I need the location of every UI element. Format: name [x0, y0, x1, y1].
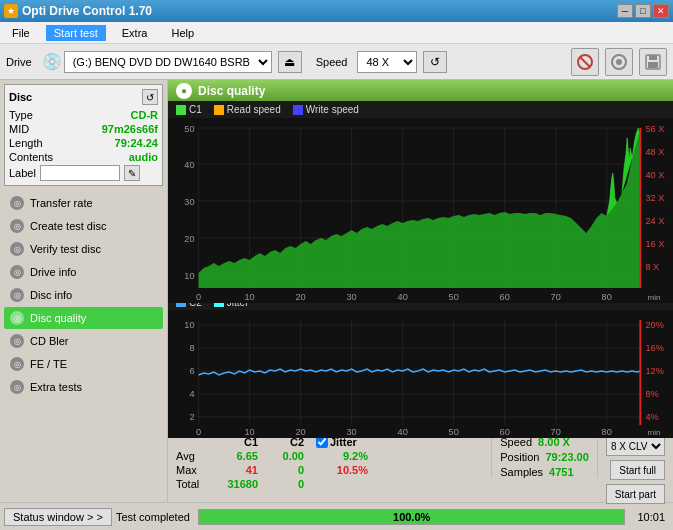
svg-text:60: 60 — [500, 293, 510, 303]
sidebar-nav: ◎ Transfer rate ◎ Create test disc ◎ Ver… — [0, 190, 167, 400]
svg-rect-45 — [168, 310, 673, 438]
drive-label: Drive — [6, 56, 32, 68]
maximize-button[interactable]: □ — [635, 4, 651, 18]
drive-icon: 💿 — [42, 52, 62, 72]
start-full-button[interactable]: Start full — [610, 460, 665, 480]
sidebar-item-fe-te[interactable]: ◎ FE / TE — [4, 353, 163, 375]
c1-legend-color — [176, 105, 186, 115]
disc-refresh-button[interactable]: ↺ — [142, 89, 158, 105]
svg-text:40 X: 40 X — [645, 171, 664, 181]
title-bar: ★ Opti Drive Control 1.70 ─ □ ✕ — [0, 0, 673, 22]
status-bar: Status window > > Test completed 100.0% … — [0, 502, 673, 530]
svg-text:30: 30 — [184, 198, 194, 208]
svg-text:20: 20 — [296, 293, 306, 303]
svg-text:20: 20 — [296, 427, 306, 437]
svg-text:50: 50 — [184, 125, 194, 135]
menu-bar: File Start test Extra Help — [0, 22, 673, 44]
disc-quality-label: Disc quality — [30, 312, 86, 324]
svg-text:10: 10 — [184, 320, 194, 330]
window-controls: ─ □ ✕ — [617, 4, 669, 18]
avg-label: Avg — [176, 450, 212, 462]
type-value: CD-R — [131, 109, 159, 121]
verify-test-disc-label: Verify test disc — [30, 243, 101, 255]
contents-label: Contents — [9, 151, 53, 163]
svg-text:56 X: 56 X — [645, 125, 664, 135]
legend-read-speed: Read speed — [214, 104, 281, 115]
svg-text:32 X: 32 X — [645, 194, 664, 204]
svg-text:30: 30 — [347, 427, 357, 437]
write-speed-legend-label: Write speed — [306, 104, 359, 115]
length-label: Length — [9, 137, 43, 149]
menu-extra[interactable]: Extra — [114, 25, 156, 41]
svg-text:10: 10 — [245, 427, 255, 437]
close-button[interactable]: ✕ — [653, 4, 669, 18]
sidebar-item-create-test-disc[interactable]: ◎ Create test disc — [4, 215, 163, 237]
burn-button[interactable] — [605, 48, 633, 76]
svg-text:4%: 4% — [645, 412, 658, 422]
position-label: Position — [500, 451, 539, 463]
stats-panel: C1 C2 Jitter Avg 6.65 0.00 9.2% — [168, 432, 673, 502]
svg-text:2: 2 — [189, 412, 194, 422]
svg-text:60: 60 — [500, 427, 510, 437]
samples-label: Samples — [500, 466, 543, 478]
avg-c1: 6.65 — [212, 450, 264, 462]
title-bar-left: ★ Opti Drive Control 1.70 — [4, 4, 152, 18]
svg-point-3 — [616, 59, 622, 65]
write-speed-legend-color — [293, 105, 303, 115]
drive-info-icon: ◎ — [10, 265, 24, 279]
svg-text:70: 70 — [551, 293, 561, 303]
erase-button[interactable] — [571, 48, 599, 76]
sidebar-item-transfer-rate[interactable]: ◎ Transfer rate — [4, 192, 163, 214]
speed-clv-select[interactable]: 8 X CLV — [606, 436, 665, 456]
label-input[interactable] — [40, 165, 120, 181]
svg-text:8%: 8% — [645, 389, 658, 399]
svg-text:80: 80 — [602, 427, 612, 437]
chart-header-icon: ● — [176, 83, 192, 99]
refresh-button[interactable]: ↺ — [423, 51, 447, 73]
menu-file[interactable]: File — [4, 25, 38, 41]
sidebar-item-cd-bler[interactable]: ◎ CD Bler — [4, 330, 163, 352]
speed-select[interactable]: 48 X — [357, 51, 417, 73]
save-button[interactable] — [639, 48, 667, 76]
mid-value: 97m26s66f — [102, 123, 158, 135]
extra-tests-label: Extra tests — [30, 381, 82, 393]
create-test-disc-icon: ◎ — [10, 219, 24, 233]
sidebar-item-extra-tests[interactable]: ◎ Extra tests — [4, 376, 163, 398]
extra-tests-icon: ◎ — [10, 380, 24, 394]
status-window-button[interactable]: Status window > > — [4, 508, 112, 526]
svg-text:30: 30 — [347, 293, 357, 303]
app-title: Opti Drive Control 1.70 — [22, 4, 152, 18]
read-speed-legend-color — [214, 105, 224, 115]
minimize-button[interactable]: ─ — [617, 4, 633, 18]
sidebar-item-disc-info[interactable]: ◎ Disc info — [4, 284, 163, 306]
svg-text:10: 10 — [245, 293, 255, 303]
main-area: Disc ↺ Type CD-R MID 97m26s66f Length 79… — [0, 80, 673, 502]
length-value: 79:24.24 — [115, 137, 158, 149]
menu-help[interactable]: Help — [163, 25, 202, 41]
legend-write-speed: Write speed — [293, 104, 359, 115]
legend-c1: C1 — [176, 104, 202, 115]
type-label: Type — [9, 109, 33, 121]
max-jitter: 10.5% — [316, 464, 368, 476]
drive-select[interactable]: (G:) BENQ DVD DD DW1640 BSRB — [64, 51, 272, 73]
sidebar-item-verify-test-disc[interactable]: ◎ Verify test disc — [4, 238, 163, 260]
app-icon: ★ — [4, 4, 18, 18]
sidebar-item-drive-info[interactable]: ◎ Drive info — [4, 261, 163, 283]
mid-label: MID — [9, 123, 29, 135]
sidebar-item-disc-quality[interactable]: ◎ Disc quality — [4, 307, 163, 329]
menu-start-test[interactable]: Start test — [46, 25, 106, 41]
bottom-chart-svg: 0 10 20 30 40 50 60 70 80 min 10 8 6 4 2… — [168, 310, 673, 438]
transfer-rate-label: Transfer rate — [30, 197, 93, 209]
start-part-button[interactable]: Start part — [606, 484, 665, 504]
max-label: Max — [176, 464, 212, 476]
top-chart-svg: 0 10 20 30 40 50 60 70 80 min 50 40 30 2… — [168, 118, 673, 303]
status-time: 10:01 — [633, 511, 669, 523]
eject-button[interactable]: ⏏ — [278, 51, 302, 73]
cd-bler-label: CD Bler — [30, 335, 69, 347]
svg-text:40: 40 — [398, 293, 408, 303]
right-panel: ● Disc quality C1 Read speed Write speed — [168, 80, 673, 502]
label-edit-button[interactable]: ✎ — [124, 165, 140, 181]
disc-box-title: Disc — [9, 91, 32, 103]
disc-quality-icon: ◎ — [10, 311, 24, 325]
svg-text:min: min — [647, 294, 660, 303]
